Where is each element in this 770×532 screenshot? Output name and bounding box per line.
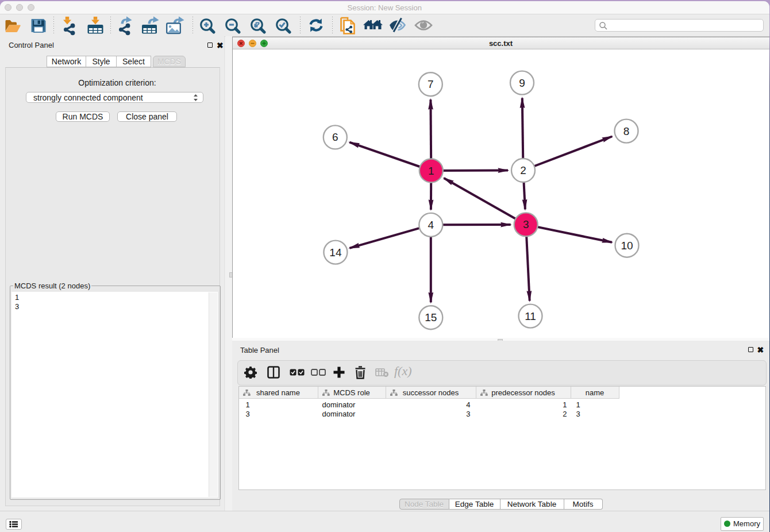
svg-text:6: 6 <box>332 131 338 143</box>
svg-text:4: 4 <box>428 219 434 231</box>
svg-text:9: 9 <box>519 77 525 89</box>
svg-text:3: 3 <box>522 218 529 230</box>
svg-text:2: 2 <box>520 164 526 176</box>
svg-text:7: 7 <box>428 78 434 90</box>
svg-text:14: 14 <box>329 246 342 259</box>
svg-text:11: 11 <box>525 310 536 322</box>
svg-text:8: 8 <box>623 125 629 137</box>
svg-text:1: 1 <box>428 165 434 177</box>
svg-text:15: 15 <box>425 311 437 323</box>
svg-text:10: 10 <box>621 240 633 252</box>
